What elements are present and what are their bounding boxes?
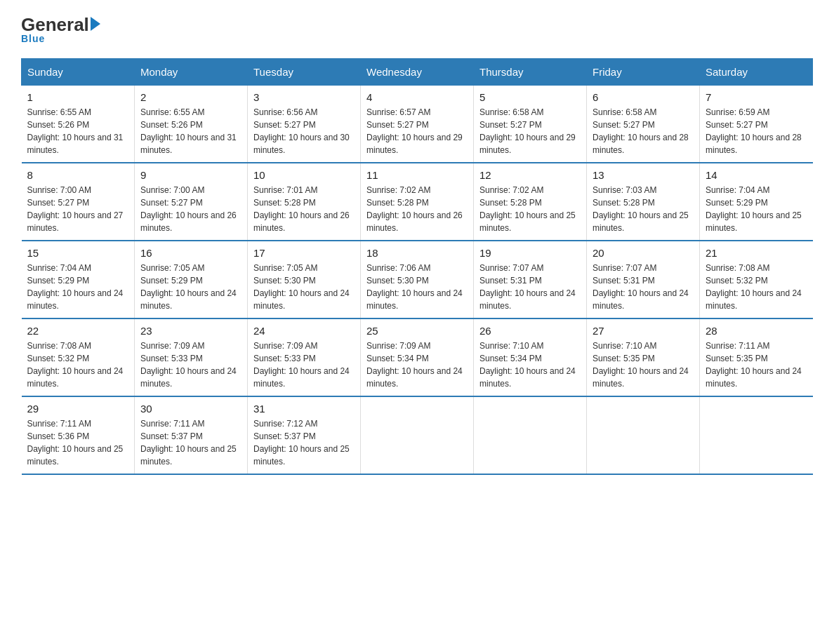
calendar-cell: 27 Sunrise: 7:10 AM Sunset: 5:35 PM Dayl… [587,318,700,396]
header-friday: Friday [587,59,700,86]
day-info: Sunrise: 7:02 AM Sunset: 5:28 PM Dayligh… [479,184,581,234]
day-number: 25 [366,325,468,337]
day-info: Sunrise: 7:09 AM Sunset: 5:34 PM Dayligh… [366,340,468,390]
day-number: 27 [593,325,694,337]
day-number: 17 [253,247,355,259]
day-info: Sunrise: 7:11 AM Sunset: 5:36 PM Dayligh… [27,417,129,468]
calendar-cell: 10 Sunrise: 7:01 AM Sunset: 5:28 PM Dayl… [248,163,361,241]
calendar-cell: 26 Sunrise: 7:10 AM Sunset: 5:34 PM Dayl… [474,318,587,396]
day-info: Sunrise: 7:01 AM Sunset: 5:28 PM Dayligh… [253,184,355,234]
calendar-cell [587,396,700,474]
header-thursday: Thursday [474,59,587,86]
day-number: 6 [593,91,694,103]
day-info: Sunrise: 6:55 AM Sunset: 5:26 PM Dayligh… [27,106,129,156]
day-info: Sunrise: 7:04 AM Sunset: 5:29 PM Dayligh… [27,262,129,312]
calendar-header: SundayMondayTuesdayWednesdayThursdayFrid… [22,59,813,86]
calendar-cell: 12 Sunrise: 7:02 AM Sunset: 5:28 PM Dayl… [474,163,587,241]
calendar-cell: 5 Sunrise: 6:58 AM Sunset: 5:27 PM Dayli… [474,86,587,163]
day-number: 21 [706,247,807,259]
calendar-cell: 24 Sunrise: 7:09 AM Sunset: 5:33 PM Dayl… [248,318,361,396]
calendar-cell: 4 Sunrise: 6:57 AM Sunset: 5:27 PM Dayli… [361,86,474,163]
calendar-cell: 23 Sunrise: 7:09 AM Sunset: 5:33 PM Dayl… [135,318,248,396]
calendar-cell: 8 Sunrise: 7:00 AM Sunset: 5:27 PM Dayli… [22,163,135,241]
day-number: 26 [479,325,581,337]
day-info: Sunrise: 6:58 AM Sunset: 5:27 PM Dayligh… [479,106,581,156]
day-info: Sunrise: 7:06 AM Sunset: 5:30 PM Dayligh… [366,262,468,312]
day-number: 11 [366,169,468,181]
day-info: Sunrise: 7:10 AM Sunset: 5:35 PM Dayligh… [593,340,694,390]
calendar-cell: 1 Sunrise: 6:55 AM Sunset: 5:26 PM Dayli… [22,86,135,163]
day-number: 19 [479,247,581,259]
logo-blue-text: Blue [21,33,45,44]
header-tuesday: Tuesday [248,59,361,86]
calendar-week-4: 22 Sunrise: 7:08 AM Sunset: 5:32 PM Dayl… [22,318,813,396]
day-number: 5 [479,91,581,103]
day-info: Sunrise: 7:00 AM Sunset: 5:27 PM Dayligh… [140,184,241,234]
calendar-cell: 14 Sunrise: 7:04 AM Sunset: 5:29 PM Dayl… [700,163,813,241]
day-number: 1 [27,91,129,103]
day-number: 10 [253,169,355,181]
day-number: 16 [140,247,241,259]
calendar-cell [361,396,474,474]
day-info: Sunrise: 7:09 AM Sunset: 5:33 PM Dayligh… [253,340,355,390]
calendar-week-5: 29 Sunrise: 7:11 AM Sunset: 5:36 PM Dayl… [22,396,813,474]
day-info: Sunrise: 7:05 AM Sunset: 5:30 PM Dayligh… [253,262,355,312]
day-info: Sunrise: 6:57 AM Sunset: 5:27 PM Dayligh… [366,106,468,156]
calendar-table: SundayMondayTuesdayWednesdayThursdayFrid… [21,58,813,475]
day-info: Sunrise: 6:58 AM Sunset: 5:27 PM Dayligh… [593,106,694,156]
calendar-cell [700,396,813,474]
day-number: 8 [27,169,129,181]
calendar-cell: 7 Sunrise: 6:59 AM Sunset: 5:27 PM Dayli… [700,86,813,163]
day-info: Sunrise: 6:56 AM Sunset: 5:27 PM Dayligh… [253,106,355,156]
calendar-cell: 9 Sunrise: 7:00 AM Sunset: 5:27 PM Dayli… [135,163,248,241]
day-info: Sunrise: 7:04 AM Sunset: 5:29 PM Dayligh… [706,184,807,234]
day-number: 14 [706,169,807,181]
day-info: Sunrise: 7:12 AM Sunset: 5:37 PM Dayligh… [253,417,355,468]
day-number: 29 [27,403,129,415]
day-number: 4 [366,91,468,103]
day-number: 31 [253,403,355,415]
day-info: Sunrise: 7:05 AM Sunset: 5:29 PM Dayligh… [140,262,241,312]
calendar-cell [474,396,587,474]
calendar-cell: 29 Sunrise: 7:11 AM Sunset: 5:36 PM Dayl… [22,396,135,474]
day-info: Sunrise: 6:59 AM Sunset: 5:27 PM Dayligh… [706,106,807,156]
day-number: 18 [366,247,468,259]
calendar-cell: 6 Sunrise: 6:58 AM Sunset: 5:27 PM Dayli… [587,86,700,163]
calendar-cell: 28 Sunrise: 7:11 AM Sunset: 5:35 PM Dayl… [700,318,813,396]
day-info: Sunrise: 7:09 AM Sunset: 5:33 PM Dayligh… [140,340,241,390]
day-info: Sunrise: 7:08 AM Sunset: 5:32 PM Dayligh… [27,340,129,390]
day-number: 23 [140,325,241,337]
day-info: Sunrise: 7:00 AM Sunset: 5:27 PM Dayligh… [27,184,129,234]
day-number: 9 [140,169,241,181]
day-number: 22 [27,325,129,337]
logo-triangle-icon [91,17,100,31]
day-number: 28 [706,325,807,337]
calendar-cell: 21 Sunrise: 7:08 AM Sunset: 5:32 PM Dayl… [700,241,813,318]
day-info: Sunrise: 7:08 AM Sunset: 5:32 PM Dayligh… [706,262,807,312]
calendar-cell: 16 Sunrise: 7:05 AM Sunset: 5:29 PM Dayl… [135,241,248,318]
calendar-cell: 3 Sunrise: 6:56 AM Sunset: 5:27 PM Dayli… [248,86,361,163]
calendar-cell: 20 Sunrise: 7:07 AM Sunset: 5:31 PM Dayl… [587,241,700,318]
day-info: Sunrise: 6:55 AM Sunset: 5:26 PM Dayligh… [140,106,241,156]
day-number: 24 [253,325,355,337]
day-number: 13 [593,169,694,181]
calendar-cell: 25 Sunrise: 7:09 AM Sunset: 5:34 PM Dayl… [361,318,474,396]
day-info: Sunrise: 7:11 AM Sunset: 5:35 PM Dayligh… [706,340,807,390]
calendar-week-3: 15 Sunrise: 7:04 AM Sunset: 5:29 PM Dayl… [22,241,813,318]
day-number: 2 [140,91,241,103]
calendar-cell: 18 Sunrise: 7:06 AM Sunset: 5:30 PM Dayl… [361,241,474,318]
header-sunday: Sunday [22,59,135,86]
calendar-cell: 30 Sunrise: 7:11 AM Sunset: 5:37 PM Dayl… [135,396,248,474]
header-wednesday: Wednesday [361,59,474,86]
calendar-cell: 31 Sunrise: 7:12 AM Sunset: 5:37 PM Dayl… [248,396,361,474]
day-info: Sunrise: 7:10 AM Sunset: 5:34 PM Dayligh… [479,340,581,390]
day-number: 30 [140,403,241,415]
header-monday: Monday [135,59,248,86]
calendar-week-1: 1 Sunrise: 6:55 AM Sunset: 5:26 PM Dayli… [22,86,813,163]
day-number: 12 [479,169,581,181]
day-number: 15 [27,247,129,259]
day-info: Sunrise: 7:11 AM Sunset: 5:37 PM Dayligh… [140,417,241,468]
calendar-cell: 15 Sunrise: 7:04 AM Sunset: 5:29 PM Dayl… [22,241,135,318]
page-header: General Blue [21,14,813,44]
calendar-cell: 11 Sunrise: 7:02 AM Sunset: 5:28 PM Dayl… [361,163,474,241]
